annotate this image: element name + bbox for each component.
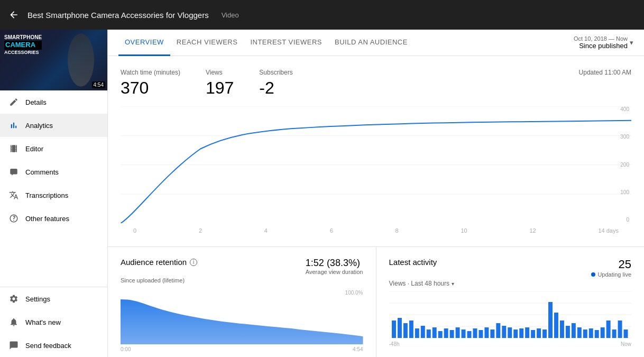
- live-dot: [591, 272, 595, 277]
- retention-panel-header: Audience retention i 1:52 (38.3%) Averag…: [121, 258, 363, 275]
- back-button[interactable]: [8, 10, 19, 20]
- sidebar-item-send-feedback[interactable]: Send feedback: [0, 334, 107, 357]
- sidebar-label-details: Details: [25, 98, 47, 106]
- page-title: Best Smartphone Camera Accessories for V…: [27, 11, 209, 20]
- main-chart-container: 400 300 200 100 0: [121, 106, 631, 225]
- latest-activity-panel: Latest activity 25 Updating live Views ·…: [376, 247, 645, 357]
- thumbnail-text: SMARTPHONE CAMERA ACCESSORIES: [4, 34, 42, 56]
- bell-icon: [8, 317, 19, 327]
- main-line-chart: [121, 106, 631, 223]
- bottom-panels: Audience retention i 1:52 (38.3%) Averag…: [108, 246, 644, 357]
- activity-title: Latest activity: [389, 258, 437, 267]
- y-label-100: 100: [620, 189, 629, 195]
- svg-rect-40: [565, 326, 569, 338]
- views-value: 197: [206, 78, 234, 98]
- svg-rect-18: [438, 331, 442, 338]
- svg-rect-37: [548, 302, 553, 338]
- sidebar: SMARTPHONE CAMERA ACCESSORIES 4:54 Detai…: [0, 30, 108, 357]
- activity-header-right: 25 Updating live: [591, 258, 631, 278]
- updating-live: Updating live: [591, 271, 631, 278]
- x-label-14: 14 days: [598, 227, 619, 234]
- sidebar-label-send-feedback: Send feedback: [25, 342, 71, 350]
- sidebar-item-details[interactable]: Details: [0, 90, 107, 114]
- sidebar-label-transcriptions: Transcriptions: [25, 191, 68, 199]
- svg-rect-39: [559, 321, 564, 338]
- retention-chart-container: 100.0%: [121, 290, 363, 352]
- retention-info-icon[interactable]: i: [190, 259, 197, 266]
- sidebar-item-other-features[interactable]: Other features: [0, 207, 107, 230]
- y-axis-labels: 400 300 200 100 0: [620, 106, 631, 223]
- svg-rect-45: [594, 330, 599, 338]
- retention-y-labels: 100.0%: [121, 290, 363, 296]
- act-x-end: Now: [621, 341, 631, 347]
- sidebar-item-comments[interactable]: Comments: [0, 160, 107, 184]
- svg-rect-10: [391, 321, 395, 338]
- retention-title: Audience retention i: [121, 258, 197, 267]
- x-axis-labels: 0 2 4 6 8 10 12 14 days: [121, 225, 631, 234]
- tab-reach-viewers[interactable]: REACH VIEWERS: [170, 30, 244, 56]
- tab-interest-viewers[interactable]: INTEREST VIEWERS: [244, 30, 328, 56]
- stats-row: Watch time (minutes) 370 Views 197 Subsc…: [108, 56, 644, 106]
- y-label-300: 300: [620, 134, 629, 140]
- svg-rect-33: [525, 327, 529, 338]
- features-icon: [8, 213, 19, 224]
- date-range-selector[interactable]: Oct 10, 2018 — Now Since published ▾: [574, 35, 633, 50]
- sidebar-item-editor[interactable]: Editor: [0, 137, 107, 160]
- ret-x-start: 0:00: [121, 346, 131, 352]
- thumbnail-line2: CAMERA: [4, 41, 42, 50]
- svg-rect-31: [513, 329, 518, 338]
- sidebar-label-analytics: Analytics: [25, 122, 53, 130]
- act-x-start: -48h: [389, 341, 400, 347]
- sidebar-item-analytics[interactable]: Analytics: [0, 114, 107, 137]
- svg-rect-11: [397, 318, 401, 338]
- svg-rect-14: [415, 328, 419, 338]
- activity-count: 25: [619, 258, 631, 271]
- svg-rect-43: [583, 329, 587, 338]
- app-container: Best Smartphone Camera Accessories for V…: [0, 0, 644, 357]
- svg-rect-44: [588, 328, 593, 338]
- sidebar-label-whats-new: What's new: [25, 318, 61, 326]
- translate-icon: [8, 190, 19, 200]
- sidebar-label-settings: Settings: [25, 295, 50, 303]
- svg-rect-46: [600, 327, 604, 338]
- video-thumbnail: SMARTPHONE CAMERA ACCESSORIES 4:54: [0, 30, 107, 90]
- tab-build-audience[interactable]: BUILD AN AUDIENCE: [328, 30, 414, 56]
- y-label-0: 0: [620, 217, 629, 223]
- activity-x-labels: -48h Now: [389, 341, 632, 347]
- svg-rect-42: [577, 327, 581, 338]
- svg-rect-12: [403, 323, 407, 338]
- activity-chart-container: -48h Now: [389, 291, 632, 347]
- svg-rect-22: [461, 329, 465, 338]
- ret-y-100: 100.0%: [345, 290, 363, 296]
- sidebar-item-whats-new[interactable]: What's new: [0, 310, 107, 334]
- thumbnail-bg: SMARTPHONE CAMERA ACCESSORIES: [0, 30, 107, 90]
- pencil-icon: [8, 97, 19, 107]
- subscribers-stat: Subscribers -2: [259, 69, 292, 98]
- sidebar-item-settings[interactable]: Settings: [0, 287, 107, 310]
- chevron-down-icon: ▾: [630, 39, 633, 47]
- views-filter[interactable]: Views · Last 48 hours ▾: [389, 280, 632, 287]
- svg-rect-32: [519, 328, 523, 338]
- watch-time-value: 370: [121, 78, 180, 98]
- svg-rect-41: [571, 323, 575, 338]
- svg-rect-15: [420, 326, 425, 338]
- svg-rect-36: [542, 329, 547, 338]
- retention-metric: 1:52 (38.3%) Average view duration: [306, 258, 363, 275]
- watch-time-label: Watch time (minutes): [121, 69, 180, 76]
- updated-label: Updated 11:00 AM: [579, 69, 631, 76]
- svg-rect-35: [537, 328, 541, 338]
- tab-overview[interactable]: OVERVIEW: [118, 30, 170, 56]
- subscribers-label: Subscribers: [259, 69, 292, 76]
- svg-rect-20: [449, 330, 454, 338]
- duration-badge: 4:54: [92, 81, 105, 88]
- x-label-6: 6: [330, 227, 333, 234]
- filter-chevron-icon: ▾: [452, 281, 454, 287]
- svg-rect-16: [426, 329, 430, 338]
- y-label-400: 400: [620, 106, 629, 112]
- feedback-icon: [8, 340, 19, 351]
- views-label: Views: [206, 69, 234, 76]
- svg-rect-34: [531, 330, 535, 338]
- sidebar-item-transcriptions[interactable]: Transcriptions: [0, 184, 107, 207]
- video-badge: Video: [222, 11, 239, 19]
- svg-rect-48: [612, 329, 616, 338]
